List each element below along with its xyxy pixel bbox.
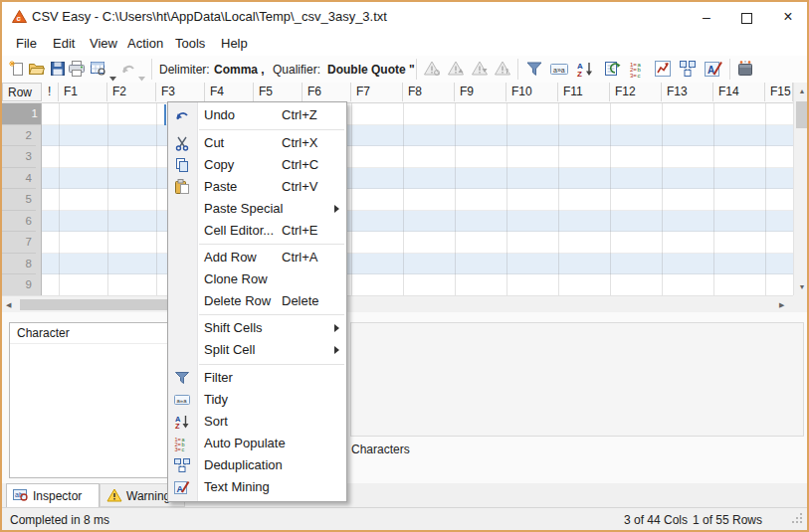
resize-grip[interactable]	[791, 512, 804, 528]
column-header[interactable]: F10	[506, 83, 558, 101]
ignore-warning-icon[interactable]	[423, 60, 443, 80]
context-menu-item-paste[interactable]: PasteCtrl+V	[168, 176, 346, 198]
grid-row[interactable]	[42, 189, 793, 211]
context-menu-item-auto-populate[interactable]: 1=a2=b3=cAuto Populate	[168, 433, 346, 454]
context-menu-item-filter[interactable]: Filter	[168, 367, 346, 389]
row-header[interactable]: 4	[2, 168, 36, 190]
menu-edit[interactable]: Edit	[49, 32, 79, 56]
undo-icon	[174, 107, 190, 123]
menu-item-shortcut: Ctrl+V	[282, 176, 317, 198]
save-icon[interactable]	[49, 60, 69, 80]
column-header[interactable]: F3	[156, 83, 205, 101]
horizontal-scrollbar[interactable]: ◀ ▶	[2, 295, 793, 312]
chart-icon[interactable]	[654, 60, 674, 80]
minimize-button[interactable]: –	[687, 2, 726, 32]
scroll-down-icon[interactable]: ▼	[794, 283, 809, 290]
column-header[interactable]: F2	[107, 83, 156, 101]
column-header[interactable]: F12	[610, 83, 662, 101]
context-menu-item-delete-row[interactable]: Delete RowDelete	[168, 290, 346, 312]
context-menu-item-clone-row[interactable]: Clone Row	[168, 268, 346, 290]
context-menu-item-undo[interactable]: UndoCtrl+Z	[168, 104, 346, 126]
column-header[interactable]: F11	[558, 83, 610, 101]
menu-help[interactable]: Help	[217, 32, 252, 56]
maximize-button[interactable]	[726, 2, 766, 32]
menu-file[interactable]: File	[12, 32, 41, 56]
column-header[interactable]: Row	[2, 83, 42, 101]
grid-row[interactable]	[42, 211, 793, 233]
scroll-left-icon[interactable]: ◀	[6, 301, 11, 309]
row-header[interactable]: 6	[2, 211, 36, 233]
row-header[interactable]: 3	[2, 146, 36, 168]
status-message: Completed in 8 ms	[10, 513, 109, 527]
context-menu-item-cell-editor[interactable]: Cell Editor...Ctrl+E	[168, 220, 346, 242]
grid-row[interactable]	[42, 274, 793, 295]
column-header[interactable]: F5	[254, 83, 303, 101]
options-icon[interactable]	[736, 60, 756, 80]
tab-inspector[interactable]: abInspector	[6, 483, 100, 507]
context-menu-item-cut[interactable]: CutCtrl+X	[168, 132, 346, 154]
deduplication-icon[interactable]	[679, 60, 699, 80]
scroll-up-icon[interactable]: ▲	[794, 88, 809, 94]
column-header[interactable]: F7	[351, 83, 403, 101]
column-header[interactable]: F8	[403, 83, 455, 101]
numbering-icon[interactable]: 1=a2=b3=c	[629, 60, 649, 80]
context-menu-item-sort[interactable]: AZSort	[168, 411, 346, 433]
column-header[interactable]: F1	[59, 83, 107, 101]
column-header[interactable]: F14	[713, 83, 765, 101]
window-title: CSV Easy - C:\Users\ht\AppData\Local\Tem…	[32, 9, 387, 24]
grid-row[interactable]	[42, 146, 793, 168]
qualifier-value[interactable]: Double Quote "	[327, 63, 415, 77]
column-header[interactable]: F15	[765, 83, 793, 101]
row-header[interactable]: 8	[2, 254, 36, 275]
context-menu-item-text-mining[interactable]: AText Mining	[168, 476, 346, 498]
column-header[interactable]: F13	[662, 83, 713, 101]
svg-text:3=: 3=	[175, 446, 181, 452]
menu-action[interactable]: Action	[123, 32, 167, 56]
svg-text:a»a: a»a	[177, 398, 188, 404]
row-header[interactable]: 7	[2, 232, 36, 254]
title-bar[interactable]: c CSV Easy - C:\Users\ht\AppData\Local\T…	[2, 2, 807, 32]
context-menu-item-deduplication[interactable]: Deduplication	[168, 454, 346, 476]
context-menu-item-paste-special[interactable]: Paste Special	[168, 198, 346, 220]
vertical-scrollbar-thumb[interactable]	[796, 101, 808, 128]
auto-populate-icon[interactable]	[603, 60, 623, 80]
scroll-right-icon[interactable]: ▶	[779, 301, 784, 309]
context-menu-item-shift-cells[interactable]: Shift Cells	[168, 317, 346, 339]
menu-separator	[199, 314, 344, 315]
grid-row[interactable]	[42, 254, 793, 275]
text-mining-icon[interactable]: A	[705, 60, 724, 80]
grid-row[interactable]	[42, 103, 793, 125]
row-header[interactable]: 5	[2, 189, 36, 211]
filter-icon[interactable]	[525, 60, 545, 80]
delimiter-label: Delimiter:	[159, 63, 210, 77]
column-header[interactable]: !	[42, 83, 59, 101]
print-icon[interactable]	[68, 60, 88, 80]
context-menu-item-split-cell[interactable]: Split Cell	[168, 339, 346, 361]
context-menu-item-add-row[interactable]: Add RowCtrl+A	[168, 247, 346, 268]
context-menu-item-tidy[interactable]: a»aTidy	[168, 389, 346, 411]
sort-icon[interactable]: AZ	[576, 60, 596, 80]
grid-row[interactable]	[42, 168, 793, 190]
table-view-icon[interactable]	[90, 60, 109, 80]
row-header[interactable]: 1	[2, 103, 42, 125]
grid-row[interactable]	[42, 232, 793, 254]
undo-icon[interactable]	[119, 60, 139, 80]
next-warning-icon[interactable]	[471, 60, 491, 80]
column-header[interactable]: F6	[303, 83, 351, 101]
new-file-icon[interactable]	[8, 60, 28, 80]
vertical-scrollbar[interactable]: ▲ ▼	[793, 83, 809, 295]
row-header[interactable]: 9	[2, 274, 36, 295]
close-button[interactable]: ×	[768, 2, 808, 32]
open-file-icon[interactable]	[28, 60, 48, 80]
row-header[interactable]: 2	[2, 125, 36, 147]
delimiter-value[interactable]: Comma ,	[214, 63, 265, 77]
grid-row[interactable]	[42, 125, 793, 147]
menu-tools[interactable]: Tools	[171, 32, 209, 56]
column-header[interactable]: F4	[205, 83, 254, 101]
context-menu-item-copy[interactable]: CopyCtrl+C	[168, 154, 346, 176]
menu-view[interactable]: View	[86, 32, 121, 56]
previous-warning-icon[interactable]	[447, 60, 467, 80]
column-header[interactable]: F9	[455, 83, 506, 101]
tidy-icon[interactable]: a»a	[550, 60, 570, 80]
all-warnings-icon[interactable]	[494, 60, 513, 80]
